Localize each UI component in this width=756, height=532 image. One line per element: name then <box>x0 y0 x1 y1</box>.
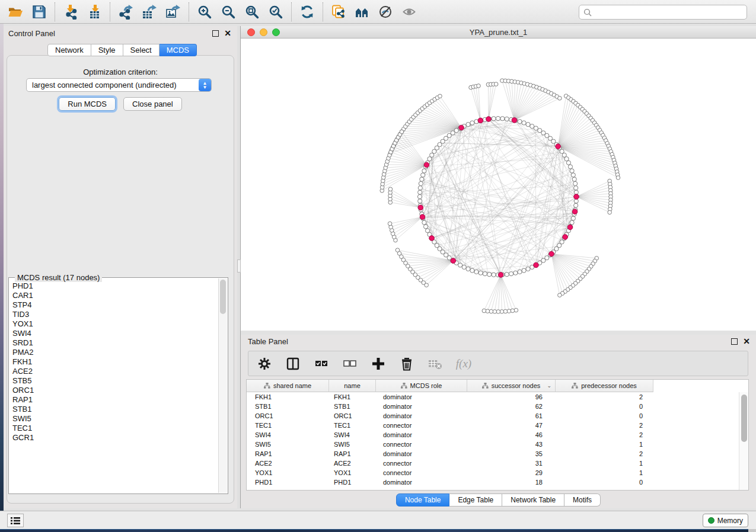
import-network-button[interactable] <box>59 2 82 22</box>
function-builder-button[interactable]: f(x) <box>456 356 471 371</box>
import-network-icon <box>63 4 78 20</box>
zoom-out-button[interactable] <box>217 2 240 22</box>
table-settings-button[interactable] <box>257 356 272 371</box>
close-panel-button[interactable]: Close panel <box>123 97 182 111</box>
tab-select[interactable]: Select <box>123 44 160 56</box>
network-titlebar[interactable]: YPA_prune.txt_1 <box>241 26 756 39</box>
mcds-result-item[interactable]: STB1 <box>9 405 218 414</box>
mcds-result-item[interactable]: ORC1 <box>9 386 218 395</box>
column-header-successor-nodes[interactable]: successor nodes⌄ <box>467 380 556 392</box>
delete-row-button[interactable] <box>399 356 414 371</box>
save-session-button[interactable] <box>28 2 50 22</box>
mcds-result-item[interactable]: TEC1 <box>9 424 218 433</box>
import-table-icon <box>87 4 102 20</box>
mcds-scrollbar-thumb[interactable] <box>220 280 226 314</box>
mcds-result-item[interactable]: FKH1 <box>9 357 218 367</box>
refresh-layout-icon <box>299 4 315 20</box>
table-scrollbar[interactable] <box>739 392 748 490</box>
mcds-result-item[interactable]: CAR1 <box>9 291 218 300</box>
mcds-list-scrollbar[interactable] <box>218 278 227 493</box>
mcds-result-item[interactable]: GCR1 <box>9 433 218 443</box>
export-image-button[interactable] <box>162 2 184 22</box>
import-table-button[interactable] <box>83 2 106 22</box>
table-row[interactable]: TEC1 TEC1 connector 47 2 <box>247 421 739 430</box>
tab-motifs[interactable]: Motifs <box>564 493 601 507</box>
delete-table-button[interactable] <box>428 356 443 371</box>
tree-icon <box>482 383 489 389</box>
table-scrollbar-thumb[interactable] <box>741 395 747 442</box>
mcds-result-item[interactable]: SWI5 <box>9 414 218 424</box>
tab-edge-table[interactable]: Edge Table <box>449 493 502 507</box>
tree-icon <box>572 383 578 389</box>
table-row[interactable]: RAP1 RAP1 dominator 35 2 <box>247 449 739 459</box>
table-row[interactable]: ACE2 ACE2 connector 31 1 <box>247 459 739 468</box>
network-canvas[interactable] <box>241 39 756 331</box>
table-row[interactable]: YOX1 YOX1 connector 29 1 <box>247 468 739 477</box>
mcds-result-item[interactable]: SWI4 <box>9 329 218 338</box>
dropdown-stepper-icon: ▲▼ <box>199 79 211 91</box>
select-all-checkbox-button[interactable] <box>314 356 329 371</box>
show-columns-button[interactable] <box>285 356 301 371</box>
zoom-selected-icon <box>268 4 283 20</box>
add-row-button[interactable] <box>371 356 386 371</box>
table-row[interactable]: SWI5 SWI5 connector 43 1 <box>247 440 739 449</box>
optimization-criterion-dropdown[interactable]: largest connected component (undirected)… <box>26 78 212 92</box>
mcds-result-item[interactable]: STP4 <box>9 300 218 310</box>
tab-network[interactable]: Network <box>47 44 91 56</box>
first-neighbors-button[interactable] <box>351 2 374 22</box>
search-input[interactable] <box>592 7 747 18</box>
zoom-fit-button[interactable] <box>241 2 263 22</box>
close-window-icon[interactable] <box>247 28 255 36</box>
network-window-title: YPA_prune.txt_1 <box>241 28 756 37</box>
refresh-layout-button[interactable] <box>296 2 318 22</box>
tab-style[interactable]: Style <box>91 44 123 56</box>
table-row[interactable]: STB1 STB1 dominator 62 0 <box>247 402 739 411</box>
run-mcds-button[interactable]: Run MCDS <box>59 97 116 111</box>
main-toolbar <box>0 0 756 24</box>
clone-network-button[interactable] <box>327 2 350 22</box>
tab-mcds[interactable]: MCDS <box>160 44 197 56</box>
minimize-window-icon[interactable] <box>260 28 267 36</box>
close-panel-icon[interactable]: ✕ <box>224 30 231 37</box>
memory-button[interactable]: Memory <box>703 514 748 527</box>
maximize-window-icon[interactable] <box>272 28 280 36</box>
column-header-predecessor-nodes[interactable]: predecessor nodes <box>556 380 653 392</box>
export-network-icon <box>118 4 133 20</box>
mcds-result-item[interactable]: RAP1 <box>9 395 218 405</box>
mcds-result-item[interactable]: PHD1 <box>9 281 218 291</box>
table-row[interactable]: ORC1 ORC1 dominator 61 0 <box>247 411 739 421</box>
mcds-result-item[interactable]: STB5 <box>9 376 218 386</box>
mcds-result-item[interactable]: ACE2 <box>9 367 218 376</box>
open-file-button[interactable] <box>4 2 27 22</box>
column-header-shared-name[interactable]: shared name <box>247 380 329 392</box>
table-row[interactable]: PHD1 PHD1 dominator 18 0 <box>247 477 739 487</box>
column-header-MCDS-role[interactable]: MCDS role <box>376 380 467 392</box>
export-table-button[interactable] <box>138 2 161 22</box>
mcds-result-title: MCDS result (17 nodes) <box>15 273 102 282</box>
export-network-button[interactable] <box>114 2 137 22</box>
tab-network-table[interactable]: Network Table <box>502 493 564 507</box>
open-file-icon <box>8 4 23 20</box>
column-header-name[interactable]: name <box>329 380 376 392</box>
close-table-panel-icon[interactable]: ✕ <box>743 338 750 345</box>
save-session-icon <box>31 4 47 20</box>
mcds-result-item[interactable]: TID3 <box>9 310 218 319</box>
zoom-selected-button[interactable] <box>264 2 287 22</box>
mcds-result-box: MCDS result (17 nodes) PHD1CAR1STP4TID3Y… <box>8 277 228 494</box>
deselect-all-checkbox-button[interactable] <box>342 356 358 371</box>
mcds-result-item[interactable]: YOX1 <box>9 319 218 329</box>
task-history-button[interactable] <box>7 514 24 527</box>
float-panel-icon[interactable] <box>212 30 219 37</box>
tab-node-table[interactable]: Node Table <box>396 493 450 507</box>
float-table-panel-icon[interactable] <box>731 338 738 345</box>
zoom-in-button[interactable] <box>193 2 216 22</box>
table-row[interactable]: FKH1 FKH1 dominator 96 2 <box>247 392 739 402</box>
hide-selected-button[interactable] <box>375 2 397 22</box>
table-row[interactable]: SWI4 SWI4 dominator 46 2 <box>247 430 739 440</box>
sort-indicator-icon: ⌄ <box>547 383 551 389</box>
show-all-button[interactable] <box>398 2 421 22</box>
toolbar-separator <box>110 2 110 21</box>
table-settings-icon <box>257 356 272 371</box>
mcds-result-item[interactable]: PMA2 <box>9 348 218 357</box>
mcds-result-item[interactable]: SRD1 <box>9 338 218 348</box>
